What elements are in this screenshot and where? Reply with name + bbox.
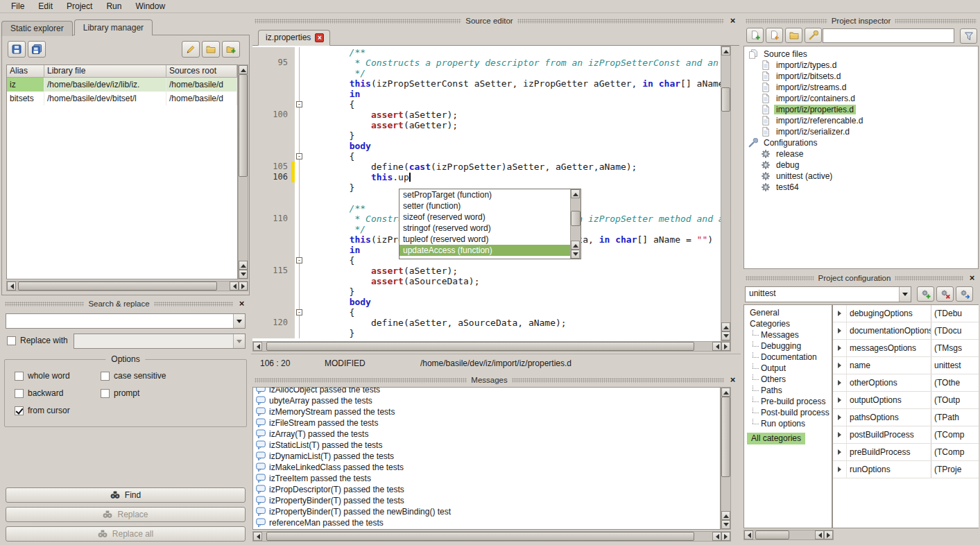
dock-grip[interactable]: [746, 276, 814, 281]
scroll-left-button[interactable]: [712, 532, 721, 541]
expand-arrow-icon[interactable]: [833, 461, 847, 478]
category-pre-build-process[interactable]: Pre-build process: [744, 396, 832, 407]
add-file-button[interactable]: [766, 28, 783, 43]
category-run-options[interactable]: Run options: [744, 418, 832, 429]
category-categories[interactable]: Categories: [744, 318, 832, 329]
dock-grip[interactable]: [5, 302, 84, 306]
message-item[interactable]: izFileStream passed the tests: [253, 417, 720, 429]
property-row[interactable]: documentationOptions(TDocu: [833, 322, 979, 340]
code-text[interactable]: {: [304, 99, 721, 110]
code-text[interactable]: /**: [304, 47, 721, 58]
scroll-right-button[interactable]: [721, 342, 730, 351]
property-row[interactable]: otherOptions(TOthe: [833, 374, 979, 392]
property-value[interactable]: (TPath: [931, 409, 979, 426]
scroll-left-button[interactable]: [7, 282, 16, 291]
property-value[interactable]: (TDocu: [931, 322, 979, 339]
code-text[interactable]: }: [304, 328, 721, 338]
scroll-left-button[interactable]: [230, 282, 239, 291]
code-text[interactable]: this.up: [304, 172, 721, 182]
editor-vertical-scrollbar[interactable]: [721, 46, 731, 341]
scrollbar-track[interactable]: [721, 55, 730, 322]
message-item[interactable]: izTreeItem passed the tests: [253, 473, 720, 484]
scrollbar-track[interactable]: [262, 532, 712, 541]
expand-arrow-icon[interactable]: [833, 374, 847, 391]
expand-arrow-icon[interactable]: [833, 444, 847, 460]
checkbox-backward[interactable]: backward: [15, 388, 101, 398]
code-text[interactable]: }: [304, 130, 721, 141]
replace-input[interactable]: [74, 334, 246, 349]
column-header[interactable]: Alias: [7, 65, 44, 77]
checkbox-box[interactable]: [15, 372, 24, 381]
tree-item-debug[interactable]: debug: [744, 159, 978, 171]
message-item[interactable]: izArray(T) passed the tests: [253, 429, 720, 440]
configuration-selector[interactable]: unittest: [745, 286, 911, 302]
completion-item[interactable]: tupleof (reserved word): [399, 234, 570, 245]
code-text[interactable]: assert(aSourceData);: [304, 276, 721, 286]
message-item[interactable]: izMemoryStream passed the tests: [253, 406, 720, 417]
code-text[interactable]: in: [304, 89, 721, 99]
editor-horizontal-scrollbar[interactable]: [252, 341, 731, 352]
folder-open-button[interactable]: [202, 41, 220, 58]
close-icon[interactable]: ×: [728, 376, 737, 385]
code-text[interactable]: {: [304, 151, 721, 162]
scroll-right-button[interactable]: [721, 532, 730, 541]
scroll-down-button[interactable]: [721, 331, 730, 340]
message-item[interactable]: referenceMan passed the tests: [253, 517, 720, 528]
tree-item-source-files[interactable]: Source files: [744, 49, 978, 60]
delete-config-button[interactable]: [936, 286, 954, 302]
library-horizontal-scrollbar[interactable]: [6, 281, 248, 291]
scroll-right-button[interactable]: [824, 530, 833, 539]
tree-item-release[interactable]: release: [744, 148, 978, 159]
message-item[interactable]: izStaticList(T) passed the tests: [253, 440, 720, 451]
fold-marker-icon[interactable]: -: [296, 153, 302, 159]
expand-arrow-icon[interactable]: [833, 409, 847, 426]
fold-marker-icon[interactable]: -: [296, 101, 302, 107]
scroll-up-button[interactable]: [239, 261, 248, 270]
dock-grip[interactable]: [154, 302, 233, 306]
tree-item-import-iz-bitsets-d[interactable]: import/iz/bitsets.d: [744, 71, 978, 82]
close-icon[interactable]: ×: [237, 300, 246, 309]
completion-item[interactable]: setter (function): [399, 200, 570, 211]
replace-all-button[interactable]: Replace all: [6, 526, 246, 542]
scrollbar-thumb[interactable]: [266, 342, 694, 351]
scroll-up-button[interactable]: [571, 241, 580, 250]
dock-grip[interactable]: [746, 19, 827, 24]
scroll-left-button[interactable]: [712, 342, 721, 351]
scroll-left-button[interactable]: [253, 532, 262, 541]
expand-arrow-icon[interactable]: [833, 322, 847, 339]
message-item[interactable]: izDynamicList(T) passed the tests: [253, 451, 720, 462]
inspector-filter-input[interactable]: [823, 28, 954, 43]
table-row[interactable]: iz/home/basile/dev/iz/lib/iz./home/basil…: [7, 78, 237, 92]
scroll-down-button[interactable]: [721, 520, 730, 529]
category-others[interactable]: Others: [744, 374, 832, 385]
tab-static-explorer[interactable]: Static explorer: [1, 21, 73, 36]
menu-project[interactable]: Project: [60, 0, 99, 13]
scrollbar-thumb[interactable]: [721, 397, 730, 477]
property-row[interactable]: nameunittest: [833, 357, 979, 374]
replace-input-value[interactable]: [74, 334, 233, 348]
code-text[interactable]: assert(aGetter);: [304, 120, 721, 130]
column-header[interactable]: Sources root: [166, 65, 237, 77]
checkbox-prompt[interactable]: prompt: [101, 388, 246, 398]
code-text[interactable]: {: [304, 307, 721, 318]
message-item[interactable]: izPropertyBinder(T) passed the newBindin…: [253, 506, 720, 517]
scrollbar-track[interactable]: [753, 530, 815, 539]
scroll-left-button[interactable]: [744, 530, 753, 539]
code-text[interactable]: body: [304, 297, 721, 307]
property-row[interactable]: postBuildProcess(TComp: [833, 426, 979, 444]
checkbox-whole-word[interactable]: whole word: [15, 371, 101, 381]
scrollbar-thumb[interactable]: [571, 211, 581, 225]
completion-item[interactable]: setPropTarget (function): [399, 189, 570, 200]
search-input-value[interactable]: [6, 314, 233, 328]
category-general[interactable]: General: [744, 307, 832, 318]
tree-item-import-iz-streams-d[interactable]: import/iz/streams.d: [744, 82, 978, 93]
property-value[interactable]: (TProje: [931, 461, 979, 478]
scroll-up-button[interactable]: [721, 388, 730, 397]
expand-arrow-icon[interactable]: [833, 392, 847, 408]
property-row[interactable]: messagesOptions(TMsgs: [833, 340, 979, 357]
dock-grip[interactable]: [517, 19, 724, 24]
edit-button[interactable]: [182, 41, 200, 58]
property-row[interactable]: outputOptions(TOutp: [833, 392, 979, 409]
checkbox-box[interactable]: [7, 336, 16, 345]
expand-arrow-icon[interactable]: [833, 340, 847, 356]
